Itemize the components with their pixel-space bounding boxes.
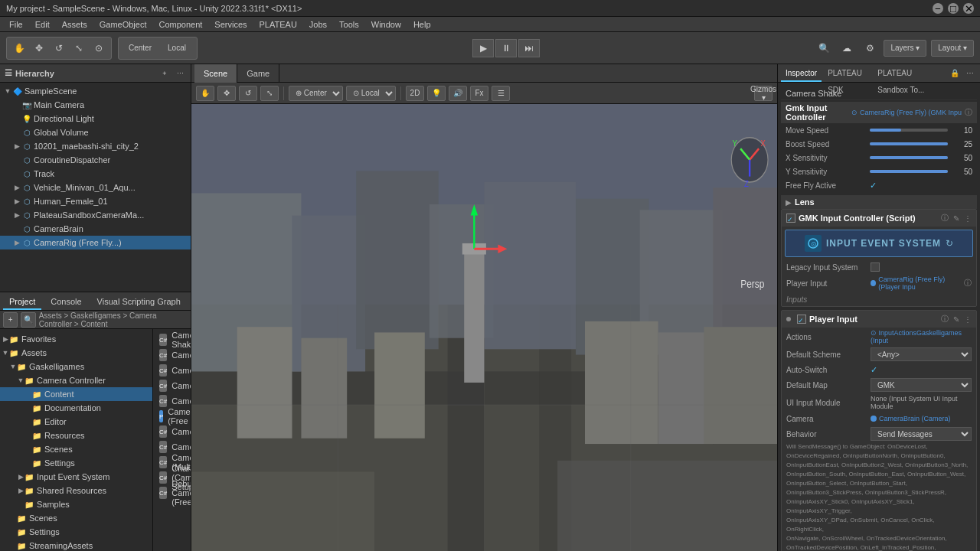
behavior-select[interactable]: Send Messages [871, 427, 972, 441]
scene-view-btn-1[interactable]: 2D [406, 86, 424, 101]
rect-tool[interactable]: ⊙ [90, 39, 108, 57]
hierarchy-item-directional-light[interactable]: 💡Directional Light [0, 112, 191, 126]
actions-value[interactable]: ⊙ InputActionsGaskelligames (Input [871, 329, 972, 344]
search-button[interactable]: 🔍 [815, 39, 833, 57]
tab-scene[interactable]: Scene [194, 64, 237, 83]
tree-item-documentation[interactable]: 📁Documentation [0, 401, 152, 415]
tree-item-assets[interactable]: ▼📁Assets [0, 346, 152, 360]
hierarchy-item-track[interactable]: ⬡Track [0, 167, 191, 181]
scene-view-btn-5[interactable]: ☰ [492, 86, 510, 101]
boost-speed-slider[interactable] [870, 142, 948, 145]
hand-tool[interactable]: ✋ [10, 39, 28, 57]
scene-tool-2[interactable]: ✥ [217, 86, 236, 101]
file-item-debug-camera--freefly-[interactable]: C#Debug Camera (FreeFly) [156, 485, 188, 500]
player-input-info[interactable]: ⓘ [964, 278, 972, 289]
tab-project[interactable]: Project [3, 293, 41, 310]
file-item-cameratrack[interactable]: C#CameraTrack [156, 424, 188, 439]
tab-inspector[interactable]: Inspector [781, 65, 822, 82]
menu-item-tools[interactable]: Tools [333, 17, 365, 32]
scene-view[interactable]: Persp X Y Z [191, 104, 777, 551]
scene-view-btn-4[interactable]: Fx [470, 86, 488, 101]
maximize-button[interactable]: □ [948, 3, 959, 14]
hierarchy-item-samplescene[interactable]: ▼🔷SampleScene [0, 84, 191, 98]
gmk-script-header[interactable]: GMK Input Controller (Script) ⓘ ✎ ⋮ [782, 210, 976, 227]
rotate-tool[interactable]: ↺ [50, 39, 68, 57]
scene-view-btn-3[interactable]: 🔊 [449, 86, 467, 101]
settings-button[interactable]: ⚙ [861, 39, 879, 57]
legacy-checkbox[interactable] [871, 262, 880, 272]
tree-item-gaskelligames[interactable]: ▼📁Gaskelligames [0, 360, 152, 373]
scene-tool-3[interactable]: ↺ [239, 86, 257, 101]
file-item-cameradoily[interactable]: C#CameraDoily [156, 363, 188, 378]
tree-item-streamingassets[interactable]: 📁StreamingAssets [0, 539, 152, 551]
step-button[interactable]: ⏭ [518, 39, 540, 57]
file-item-camerabrain[interactable]: C#CameraBrain [156, 347, 188, 363]
tab-console[interactable]: Console [44, 293, 87, 310]
scene-tool-1[interactable]: ✋ [196, 86, 214, 101]
tree-item-scenes[interactable]: 📁Scenes [0, 511, 152, 525]
file-item-cameratriggerzone[interactable]: C#CameraTriggerZone [156, 439, 188, 455]
menu-item-services[interactable]: Services [208, 17, 253, 32]
cloud-button[interactable]: ☁ [838, 39, 856, 57]
pause-button[interactable]: ⏸ [495, 39, 517, 57]
menu-item-edit[interactable]: Edit [29, 17, 56, 32]
play-button[interactable]: ▶ [472, 39, 494, 57]
layout-button[interactable]: Layout ▾ [931, 40, 974, 57]
refresh-icon[interactable]: ↻ [946, 238, 953, 249]
local-dropdown[interactable]: ⊙ Local [346, 86, 396, 101]
hierarchy-item-camerarig--free-fly----[interactable]: ▶⬡CameraRig (Free Fly...) [0, 236, 191, 249]
gmk-script-menu[interactable]: ⋮ [964, 214, 972, 223]
menu-item-component[interactable]: Component [152, 17, 208, 32]
menu-item-assets[interactable]: Assets [56, 17, 93, 32]
tree-item-content[interactable]: 📁Content [0, 387, 152, 401]
gmk-info-icon[interactable]: ⓘ [965, 107, 972, 118]
center-button[interactable]: Center [122, 39, 158, 57]
player-input-link[interactable]: CameraRig (Free Fly) (Player Inpu [878, 276, 962, 291]
player-input-checkbox[interactable] [797, 315, 806, 324]
tab-plateau-sandbox[interactable]: PLATEAU Sandbox To... [873, 65, 945, 82]
close-button[interactable]: ✕ [963, 3, 974, 14]
auto-switch-checkbox[interactable]: ✓ [871, 365, 877, 375]
default-scheme-select[interactable]: <Any> [871, 347, 972, 361]
menu-item-jobs[interactable]: Jobs [303, 17, 333, 32]
scale-tool[interactable]: ⤡ [70, 39, 88, 57]
gmk-input-link[interactable]: ⊙ CameraRig (Free Fly) (GMK Inpu [851, 109, 962, 116]
gmk-script-checkbox[interactable] [786, 214, 795, 223]
camera-value[interactable]: CameraBrain (Camera) [879, 415, 951, 422]
hierarchy-item-main-camera[interactable]: 📷Main Camera [0, 98, 191, 112]
menu-item-window[interactable]: Window [365, 17, 407, 32]
menu-item-file[interactable]: File [3, 17, 29, 32]
file-item-camera-shaker[interactable]: C#Camera Shaker [156, 332, 188, 347]
move-tool[interactable]: ✥ [30, 39, 48, 57]
menu-item-gameobject[interactable]: GameObject [93, 17, 153, 32]
tree-item-settings[interactable]: 📁Settings [0, 456, 152, 470]
local-button[interactable]: Local [160, 39, 194, 57]
player-input-edit-btn[interactable]: ✎ [953, 315, 959, 324]
move-speed-slider[interactable] [870, 129, 948, 132]
hierarchy-menu-button[interactable]: ⋯ [174, 67, 186, 80]
center-dropdown[interactable]: ⊕ Center [289, 86, 343, 101]
file-item-camerarig--free-fly-[interactable]: PCameraRig (Free Fly) [156, 409, 188, 424]
file-item-camerafreelookrig[interactable]: C#CameraFreelookRig [156, 378, 188, 393]
hierarchy-item-global-volume[interactable]: ⬡Global Volume [0, 126, 191, 139]
hierarchy-item-camerabrain[interactable]: ⬡CameraBrain [0, 222, 191, 236]
gizmo-button[interactable]: Gizmos ▾ [754, 86, 773, 101]
tree-item-input-event-system[interactable]: ▶📁Input Event System [0, 470, 152, 484]
hierarchy-item-plateausandboxcamerama---[interactable]: ▶⬡PlateauSandboxCameraMa... [0, 208, 191, 222]
default-map-select[interactable]: GMK [871, 378, 972, 392]
tree-item-settings[interactable]: 📁Settings [0, 525, 152, 539]
tab-plateau-sdk[interactable]: PLATEAU SDK [823, 65, 871, 82]
scene-tool-4[interactable]: ⤡ [260, 86, 279, 101]
tree-item-scenes[interactable]: 📁Scenes [0, 442, 152, 456]
tree-item-shared-resources[interactable]: ▶📁Shared Resources [0, 484, 152, 497]
hierarchy-item-coroutinedispatcher[interactable]: ⬡CoroutineDispatcher [0, 153, 191, 167]
tab-visual-scripting[interactable]: Visual Scripting Graph [91, 293, 187, 310]
player-input-menu-btn[interactable]: ⋮ [964, 315, 972, 324]
minimize-button[interactable]: − [933, 3, 943, 14]
hierarchy-add-button[interactable]: + [158, 67, 171, 80]
tab-game[interactable]: Game [237, 64, 279, 83]
tree-item-camera-controller[interactable]: ▼📁Camera Controller [0, 373, 152, 387]
tree-item-resources[interactable]: 📁Resources [0, 429, 152, 442]
file-item-camerarig[interactable]: C#CameraRig [156, 393, 188, 409]
hierarchy-item-10201-maebashi-shi-city-2[interactable]: ▶⬡10201_maebashi-shi_city_2 [0, 139, 191, 153]
